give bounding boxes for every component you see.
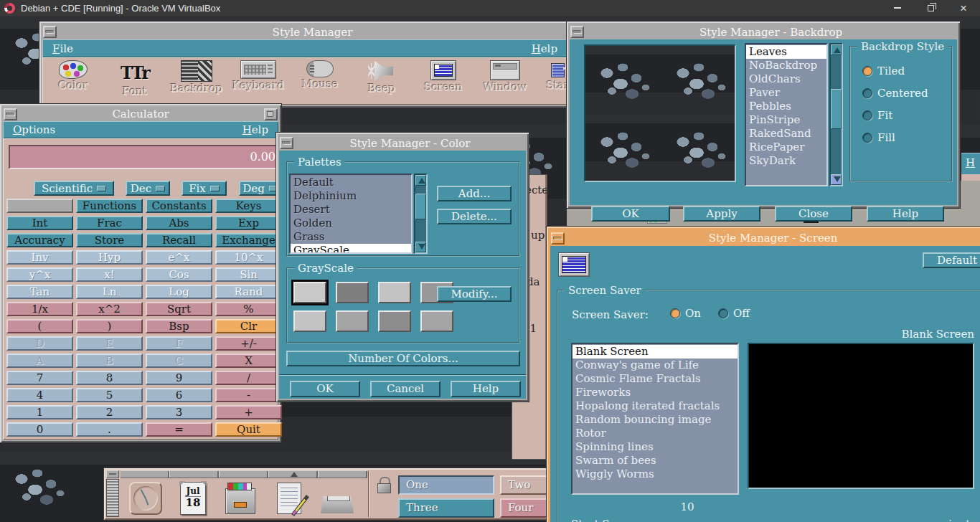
calculator-key[interactable]: Exp xyxy=(215,216,282,230)
backdrop-list-item[interactable]: PinStripe xyxy=(746,113,826,127)
radio-fit[interactable] xyxy=(862,110,872,120)
calculator-key[interactable]: Keys xyxy=(215,199,282,213)
lock-icon[interactable] xyxy=(377,477,390,493)
calculator-key[interactable]: C xyxy=(146,353,212,368)
calculator-key[interactable]: 2 xyxy=(76,405,143,419)
style-manager-tool[interactable]: Mouse xyxy=(289,57,351,105)
backdrop-list-item[interactable]: Paver xyxy=(746,86,826,100)
scroll-down-button[interactable] xyxy=(415,242,426,252)
panel-menu-box-icon[interactable] xyxy=(106,470,119,478)
backdrop-style-option[interactable]: Fit xyxy=(862,109,928,122)
backdrop-list-item[interactable]: OldChars xyxy=(746,72,826,86)
clock-icon[interactable] xyxy=(129,482,162,515)
mode-button[interactable]: Fix xyxy=(182,181,227,196)
scroll-up-button[interactable] xyxy=(831,44,842,55)
calculator-key[interactable]: - xyxy=(215,388,282,402)
style-manager-tool[interactable]: Beep xyxy=(351,57,413,105)
color-swatch[interactable] xyxy=(293,310,326,332)
calculator-key[interactable]: Sqrt xyxy=(146,302,212,316)
screen-saver-option[interactable]: On xyxy=(670,307,701,320)
calculator-key[interactable]: 1/x xyxy=(6,302,73,316)
backdrop-style-option[interactable]: Fill xyxy=(862,131,928,144)
style-manager-tool[interactable]: Window xyxy=(474,57,536,105)
text-editor-slot[interactable] xyxy=(273,480,306,517)
style-manager-tool[interactable]: Startup xyxy=(536,57,567,105)
text-editor-icon[interactable] xyxy=(277,483,301,514)
dialog-button[interactable]: Help xyxy=(451,381,521,397)
style-manager-tool[interactable]: Screen xyxy=(413,57,474,105)
calculator-key[interactable]: Rand xyxy=(215,285,282,299)
calculator-key[interactable]: Exchange xyxy=(215,233,282,247)
calculator-key[interactable]: F xyxy=(146,336,212,351)
color-swatch[interactable] xyxy=(336,310,369,332)
calculator-key[interactable]: Quit xyxy=(215,422,282,437)
backdrop-list-item[interactable]: RicePaper xyxy=(746,141,826,154)
host-restore-button[interactable] xyxy=(914,0,947,16)
calculator-key[interactable]: X xyxy=(215,353,282,368)
calculator-key[interactable]: E xyxy=(76,336,143,351)
clipped-help-menu[interactable]: H xyxy=(961,153,980,174)
backdrop-dialog-titlebar[interactable]: Style Manager - Backdrop xyxy=(570,24,957,39)
palette-list-item[interactable]: Golden xyxy=(291,217,411,230)
scrollb​ar-thumb[interactable] xyxy=(831,89,842,129)
calculator-key[interactable]: Frac xyxy=(76,216,143,230)
calculator-key[interactable]: ) xyxy=(76,319,143,333)
screen-saver-list-item[interactable]: Rotor xyxy=(573,427,738,440)
calculator-key[interactable]: Sin xyxy=(215,267,282,282)
palette-list-item[interactable]: Desert xyxy=(291,203,411,217)
calculator-key[interactable] xyxy=(6,199,73,213)
minimize-box-icon[interactable] xyxy=(43,26,57,38)
subpanel-tab-strip[interactable] xyxy=(121,470,367,478)
screen-saver-list-item[interactable]: Blank Screen xyxy=(573,345,738,359)
menu-help[interactable]: Help xyxy=(232,123,278,136)
maximize-box-icon[interactable] xyxy=(264,108,278,120)
mode-button[interactable]: Scientific xyxy=(34,181,114,196)
dialog-button[interactable]: Cancel xyxy=(370,381,440,397)
calculator-key[interactable]: Functions xyxy=(76,199,143,213)
backdrop-list-item[interactable]: NoBackdrop xyxy=(746,59,826,72)
scroll-down-button[interactable] xyxy=(831,174,842,185)
calculator-key[interactable]: Accuracy xyxy=(6,233,73,247)
calculator-key[interactable]: Abs xyxy=(146,216,212,230)
workspace-button[interactable]: Three xyxy=(398,498,494,518)
color-swatch[interactable] xyxy=(336,282,369,303)
menu-file[interactable]: File xyxy=(42,42,83,55)
mail-icon[interactable] xyxy=(321,496,354,513)
file-manager-slot[interactable] xyxy=(224,480,257,517)
calculator-key[interactable]: 8 xyxy=(76,371,143,385)
screen-saver-list-item[interactable]: Random bouncing image xyxy=(573,413,738,427)
calculator-key[interactable]: + xyxy=(215,405,282,419)
dialog-button[interactable]: OK xyxy=(591,206,670,222)
calculator-key[interactable]: Int xyxy=(6,216,73,230)
calculator-titlebar[interactable]: Calculator xyxy=(3,107,278,121)
calculator-key[interactable]: 7 xyxy=(6,371,73,385)
calculator-key[interactable]: / xyxy=(215,371,282,385)
screen-saver-list-item[interactable]: Fireworks xyxy=(573,386,738,399)
calculator-key[interactable]: 0 xyxy=(6,422,73,437)
screen-saver-list-item[interactable]: Swarm of bees xyxy=(573,454,738,468)
palette-list-item[interactable]: Delphinium xyxy=(291,189,411,203)
calculator-key[interactable]: = xyxy=(146,422,212,437)
color-swatch[interactable] xyxy=(378,282,411,303)
palette-list-item[interactable]: Grass xyxy=(291,230,411,244)
clock-slot[interactable] xyxy=(129,480,162,517)
calculator-key[interactable]: 4 xyxy=(6,388,73,402)
style-manager-tool[interactable]: Backdrop xyxy=(166,57,227,105)
style-manager-tool[interactable]: Keyboard xyxy=(227,57,289,105)
delete-button[interactable]: Delete... xyxy=(437,209,512,224)
screen-saver-option[interactable]: Off xyxy=(718,307,750,320)
palette-list-item[interactable]: GrayScale xyxy=(291,244,411,254)
minimize-box-icon[interactable] xyxy=(551,232,565,245)
calculator-key[interactable]: x^2 xyxy=(76,302,143,316)
number-of-colors-button[interactable]: Number Of Colors... xyxy=(286,351,520,366)
calculator-key[interactable]: +/- xyxy=(215,336,282,351)
calculator-key[interactable]: Store xyxy=(76,233,143,247)
minimize-box-icon[interactable] xyxy=(4,108,17,120)
screen-saver-list-item[interactable]: Cosmic Flame Fractals xyxy=(573,372,738,386)
calculator-key[interactable]: 1 xyxy=(6,405,73,419)
style-manager-tool[interactable]: Font xyxy=(104,57,166,105)
dialog-button[interactable]: Apply xyxy=(683,206,760,222)
calculator-key[interactable]: Cos xyxy=(146,267,212,282)
menu-help[interactable]: Help xyxy=(522,42,567,55)
calculator-key[interactable]: 6 xyxy=(146,388,212,402)
